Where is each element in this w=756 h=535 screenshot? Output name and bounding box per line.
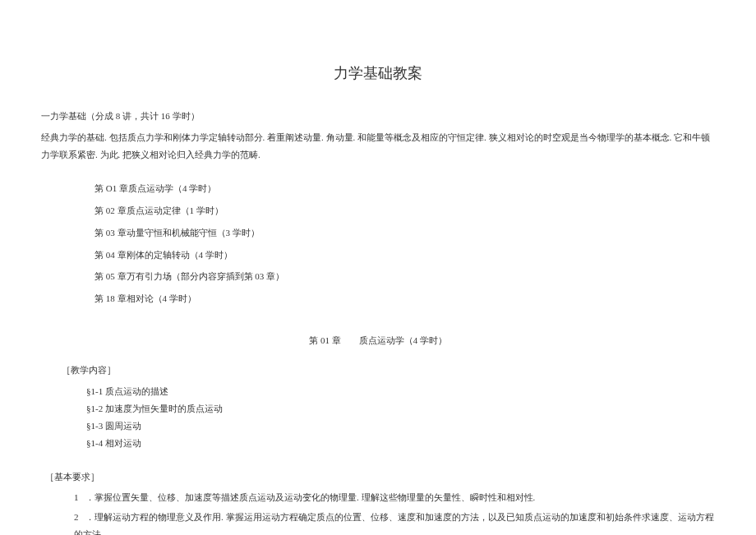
chapter-item: 第 05 章万有引力场（部分内容穿插到第 03 章） [94,268,715,285]
item-number: 1 [74,489,85,506]
chapter-list: 第 O1 章质点运动学（4 学时） 第 02 章质点运动定律（1 学时） 第 0… [94,180,715,307]
list-item: §1-1 质点运动的描述 [86,383,715,400]
list-item: 1．掌握位置矢量、位移、加速度等描述质点运动及运动变化的物理量. 理解这些物理量… [74,489,715,506]
teaching-content-label: ［教学内容］ [62,362,715,379]
list-item: §1-3 圆周运动 [86,417,715,435]
list-item: §1-2 加速度为恒矢量时的质点运动 [86,400,715,417]
requirements-list: 1．掌握位置矢量、位移、加速度等描述质点运动及运动变化的物理量. 理解这些物理量… [74,489,715,535]
teaching-content-list: §1-1 质点运动的描述 §1-2 加速度为恒矢量时的质点运动 §1-3 圆周运… [86,383,715,452]
intro-line: 一力学基础（分成 8 讲，共计 16 学时） [41,108,715,125]
requirements-label: ［基本要求］ [45,468,715,486]
item-number: 2 [74,509,85,526]
list-item: §1-4 相对运动 [86,435,715,452]
list-item: 2．理解运动方程的物理意义及作用. 掌握运用运动方程确定质点的位置、位移、速度和… [74,509,715,535]
chapter-item: 第 O1 章质点运动学（4 学时） [94,180,715,197]
chapter-item: 第 04 章刚体的定轴转动（4 学时） [94,247,715,264]
chapter-item: 第 18 章相对论（4 学时） [94,290,715,307]
chapter-item: 第 02 章质点运动定律（1 学时） [94,202,715,219]
intro-description: 经典力学的基础. 包括质点力学和刚体力学定轴转动部分. 着重阐述动量. 角动量.… [41,129,715,164]
section-heading: 第 01 章 质点运动学（4 学时） [41,332,715,349]
chapter-item: 第 03 章动量守恒和机械能守恒（3 学时） [94,224,715,242]
item-text: ．掌握位置矢量、位移、加速度等描述质点运动及运动变化的物理量. 理解这些物理量的… [85,492,535,502]
item-text: ．理解运动方程的物理意义及作用. 掌握运用运动方程确定质点的位置、位移、速度和加… [74,512,714,535]
page-title: 力学基础教案 [41,59,715,87]
